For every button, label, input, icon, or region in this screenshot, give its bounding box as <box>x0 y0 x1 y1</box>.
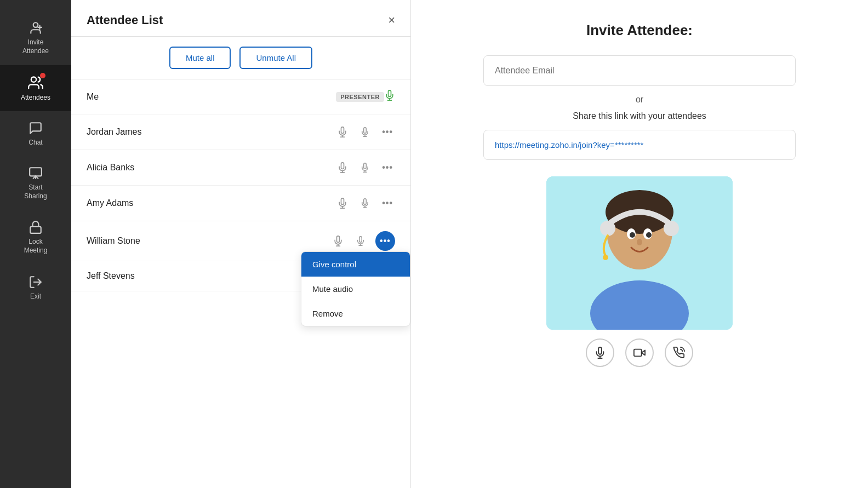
svg-rect-4 <box>30 168 42 176</box>
mic-active-icon <box>384 89 395 104</box>
attendee-list-title: Attendee List <box>87 13 163 27</box>
attendee-name: William Stone <box>87 236 330 246</box>
video-preview <box>546 176 733 330</box>
attendee-icons <box>384 89 395 104</box>
more-options-button-active[interactable]: ••• <box>375 231 395 251</box>
mute-all-button[interactable]: Mute all <box>169 47 231 69</box>
table-row: Jordan James <box>71 114 410 150</box>
mic-button[interactable] <box>353 233 368 249</box>
svg-point-34 <box>630 232 635 238</box>
svg-point-37 <box>603 255 608 260</box>
lock-icon <box>28 220 43 234</box>
exit-icon <box>28 275 43 289</box>
table-row: William Stone <box>71 221 410 261</box>
context-menu: Give control Mute audio Remove <box>301 251 410 326</box>
attendee-list: Me PRESENTER Jordan James <box>71 79 410 488</box>
sidebar-item-invite-attendee[interactable]: Invite Attendee <box>0 11 71 65</box>
attendee-list-panel: Attendee List × Mute all Unmute All Me P… <box>71 0 411 488</box>
screen-share-icon <box>28 166 43 180</box>
attendee-header: Attendee List × <box>71 0 410 37</box>
invite-link: https://meeting.zoho.in/join?key=*******… <box>495 140 643 150</box>
or-divider-text: or <box>636 95 643 105</box>
sidebar-item-label: Invite Attendee <box>22 38 49 55</box>
share-link-description: Share this link with your attendees <box>573 111 706 121</box>
table-row: Me PRESENTER <box>71 79 410 114</box>
group-icon <box>28 75 43 90</box>
right-panel: Invite Attendee: or Share this link with… <box>411 0 868 488</box>
presenter-badge: PRESENTER <box>336 92 384 102</box>
mic-button[interactable] <box>358 124 372 140</box>
end-call-control-button[interactable] <box>665 338 693 367</box>
svg-rect-41 <box>634 349 642 357</box>
give-control-menu-item[interactable]: Give control <box>301 252 410 277</box>
camera-off-button[interactable] <box>335 196 350 211</box>
svg-point-30 <box>600 221 615 236</box>
person-add-icon <box>28 21 43 35</box>
attendee-icons: ••• <box>330 231 395 251</box>
svg-point-0 <box>33 22 38 27</box>
mic-button[interactable] <box>358 160 372 175</box>
invite-link-box[interactable]: https://meeting.zoho.in/join?key=*******… <box>483 130 796 160</box>
sidebar-item-label: Attendees <box>21 94 50 101</box>
sidebar-item-chat[interactable]: Chat <box>0 111 71 156</box>
svg-point-35 <box>646 232 652 238</box>
more-options-button[interactable]: ••• <box>380 196 395 210</box>
video-thumbnail <box>546 176 733 330</box>
attendee-name: Me <box>87 92 330 102</box>
sidebar-item-label: Chat <box>28 139 42 146</box>
attendee-icons: ••• <box>335 124 395 140</box>
attendee-name: Alicia Banks <box>87 163 335 173</box>
sidebar-item-label: Lock Meeting <box>24 238 48 255</box>
mute-audio-menu-item[interactable]: Mute audio <box>301 277 410 301</box>
sidebar-item-start-sharing[interactable]: Start Sharing <box>0 156 71 210</box>
sidebar-item-attendees[interactable]: Attendees <box>0 65 71 111</box>
notification-badge <box>40 73 45 78</box>
camera-off-button[interactable] <box>335 124 350 140</box>
svg-rect-6 <box>30 227 41 233</box>
sidebar-item-label: Exit <box>30 292 41 300</box>
table-row: Alicia Banks <box>71 150 410 186</box>
invite-attendee-title: Invite Attendee: <box>455 22 824 39</box>
sidebar: Invite Attendee Attendees Chat <box>0 0 71 488</box>
chat-icon <box>28 121 43 135</box>
mic-button[interactable] <box>358 196 372 211</box>
unmute-all-button[interactable]: Unmute All <box>239 47 312 69</box>
svg-marker-40 <box>642 350 645 355</box>
main-panel: Attendee List × Mute all Unmute All Me P… <box>71 0 868 488</box>
sidebar-item-lock-meeting[interactable]: Lock Meeting <box>0 210 71 265</box>
sidebar-item-exit[interactable]: Exit <box>0 265 71 310</box>
attendee-icons: ••• <box>335 196 395 211</box>
table-row: Amy Adams <box>71 186 410 221</box>
svg-point-31 <box>664 221 679 236</box>
svg-point-36 <box>637 239 642 245</box>
camera-off-button[interactable] <box>335 160 350 175</box>
close-button[interactable]: × <box>388 14 395 26</box>
attendee-icons: ••• <box>335 160 395 175</box>
remove-menu-item[interactable]: Remove <box>301 301 410 326</box>
more-options-button[interactable]: ••• <box>380 160 395 175</box>
sidebar-item-label: Start Sharing <box>24 183 47 200</box>
more-options-button[interactable]: ••• <box>380 125 395 139</box>
camera-control-button[interactable] <box>625 338 654 367</box>
mic-control-button[interactable] <box>586 338 614 367</box>
video-controls <box>586 338 693 367</box>
attendee-name: Amy Adams <box>87 198 335 208</box>
camera-off-button[interactable] <box>330 233 346 249</box>
attendee-name: Jordan James <box>87 127 335 137</box>
svg-point-3 <box>31 77 36 82</box>
attendee-email-input[interactable] <box>483 55 796 86</box>
mute-buttons-bar: Mute all Unmute All <box>71 37 410 79</box>
